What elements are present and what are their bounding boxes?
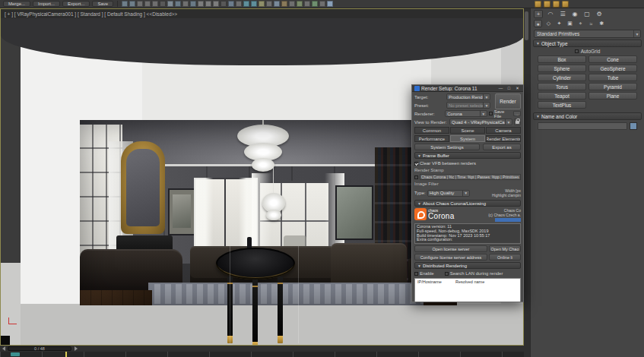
toolbar-icon[interactable]: [137, 1, 143, 7]
object-type-button[interactable]: Cylinder: [538, 74, 586, 81]
render-stamp-input[interactable]: Chaos Corona | %c | Time: %pt | Passes: …: [420, 174, 521, 180]
tab-camera[interactable]: Camera: [486, 127, 521, 134]
clear-vfb-checkbox[interactable]: [414, 162, 418, 166]
tab-performance[interactable]: Performance: [414, 135, 449, 142]
category-icon[interactable]: ⌖: [576, 20, 585, 27]
toolbar-icon[interactable]: [259, 1, 265, 7]
toolbar-icon[interactable]: [236, 1, 242, 7]
toolbar-icon[interactable]: [160, 1, 166, 7]
category-icon[interactable]: ≈: [587, 20, 595, 27]
object-type-button[interactable]: Plane: [588, 92, 637, 100]
category-icon[interactable]: ●: [534, 20, 542, 27]
tab-render-elements[interactable]: Render Elements: [486, 135, 521, 142]
object-type-button[interactable]: Pyramid: [588, 83, 637, 90]
time-slider[interactable]: 0 / 48: [8, 346, 71, 351]
command-panel-tab[interactable]: ⚙: [595, 10, 604, 18]
toolbar-icon[interactable]: [213, 1, 219, 7]
open-my-chaos-button[interactable]: Open My Chao: [489, 245, 521, 252]
about-rollout-header[interactable]: ▼ About Chaos Corona/Licensing: [414, 200, 521, 207]
teapot-icon[interactable]: [562, 1, 569, 8]
toolbar-icon[interactable]: [129, 1, 135, 7]
object-type-button[interactable]: TextPlus: [538, 101, 586, 109]
browse-file-button[interactable]: ...: [513, 111, 521, 116]
object-type-rollout-header[interactable]: ▼ Object Type: [533, 39, 642, 47]
tab-common[interactable]: Common: [414, 127, 449, 134]
toolbar-text-button[interactable]: Merge...: [3, 1, 30, 7]
primitives-dropdown[interactable]: Standard Primitives ▼: [534, 30, 641, 38]
toolbar-icon[interactable]: [152, 1, 158, 7]
toolbar-text-button[interactable]: Export...: [62, 1, 90, 7]
tab-system[interactable]: System: [450, 135, 485, 142]
toolbar-icon[interactable]: [220, 1, 227, 7]
toolbar-icon[interactable]: [205, 1, 211, 7]
toolbar-icon[interactable]: [167, 1, 173, 7]
category-icon[interactable]: ▣: [566, 20, 574, 27]
toolbar-icon[interactable]: [274, 1, 280, 7]
online-licensing-button[interactable]: Online li: [489, 254, 521, 261]
toolbar-text-button[interactable]: Import...: [33, 1, 60, 7]
next-frame-icon[interactable]: [75, 346, 78, 351]
maximize-icon[interactable]: □: [506, 85, 512, 91]
object-type-button[interactable]: Box: [538, 55, 586, 63]
frame-buffer-rollout-header[interactable]: ▼ Frame Buffer: [414, 152, 521, 159]
close-icon[interactable]: ✕: [514, 85, 521, 91]
command-panel-tab[interactable]: ◉: [570, 10, 579, 18]
category-icon[interactable]: ✦: [555, 20, 563, 27]
toolbar-icon[interactable]: [312, 1, 318, 7]
command-panel-tab[interactable]: ▢: [582, 10, 592, 18]
toolbar-icon[interactable]: [297, 1, 303, 7]
scrollbar-thumb[interactable]: [525, 11, 528, 40]
toolbar-icon[interactable]: [289, 1, 295, 7]
name-color-rollout-header[interactable]: ▼ Name and Color: [533, 112, 642, 120]
filter-type-dropdown[interactable]: High Quality ▼: [427, 190, 470, 197]
toolbar-icon[interactable]: [122, 1, 128, 7]
save-file-checkbox[interactable]: [489, 112, 493, 115]
enable-checkbox[interactable]: [414, 272, 418, 276]
object-color-swatch[interactable]: [630, 122, 637, 130]
toolbar-icon[interactable]: [319, 1, 325, 7]
render-stamp-checkbox[interactable]: [414, 175, 418, 179]
toolbar-icon[interactable]: [144, 1, 151, 7]
export-as-button[interactable]: Export as: [483, 144, 521, 150]
toolbar-icon[interactable]: [304, 1, 310, 7]
toolbar-icon[interactable]: [266, 1, 272, 7]
render-nodes-list[interactable]: IP/Hostname Resolved name: [414, 278, 521, 302]
toolbar-icon[interactable]: [251, 1, 257, 7]
toolbar-icon[interactable]: [228, 1, 234, 7]
toolbar-icon[interactable]: [198, 1, 204, 7]
website-link[interactable]: [495, 218, 521, 222]
object-name-input[interactable]: [538, 122, 627, 130]
preset-dropdown[interactable]: No preset selected ▼: [446, 102, 490, 109]
object-type-button[interactable]: Sphere: [538, 65, 586, 72]
tab-scene[interactable]: Scene: [450, 127, 485, 134]
toolbar-icon[interactable]: [243, 1, 249, 7]
toolbar-icon[interactable]: [327, 1, 333, 7]
teapot-icon[interactable]: [544, 1, 550, 8]
toolbar-icon[interactable]: [190, 1, 196, 7]
render-button[interactable]: Render: [495, 93, 521, 109]
open-license-server-button[interactable]: Open license server: [414, 245, 487, 252]
dialog-title-bar[interactable]: Render Setup: Corona 11 — □ ✕: [412, 85, 523, 92]
toolbar-icon[interactable]: [281, 1, 287, 7]
minimize-icon[interactable]: —: [497, 85, 504, 91]
previous-frame-icon[interactable]: [2, 346, 5, 351]
view-to-render-dropdown[interactable]: Quad 4 - VRayPhysicalCamera001 ▼: [449, 118, 512, 125]
teapot-icon[interactable]: [535, 1, 541, 8]
search-lan-checkbox[interactable]: [445, 272, 449, 276]
system-settings-button[interactable]: System Settings: [414, 144, 480, 150]
panel-divider-scrollbar[interactable]: [524, 8, 530, 357]
track-bar[interactable]: [0, 352, 524, 357]
command-panel-tab[interactable]: ◠: [546, 10, 555, 18]
teapot-icon[interactable]: [553, 1, 560, 8]
object-type-button[interactable]: Teapot: [538, 92, 586, 100]
object-type-button[interactable]: Cone: [588, 55, 637, 63]
target-dropdown[interactable]: Production Rendering Mode ▼: [446, 93, 490, 100]
toolbar-text-button[interactable]: Save: [92, 1, 113, 7]
autogrid-checkbox[interactable]: [575, 49, 579, 53]
configure-license-server-button[interactable]: Configure license server address: [414, 254, 487, 261]
current-frame-marker[interactable]: [65, 352, 67, 357]
toolbar-icon[interactable]: [182, 1, 189, 7]
toolbar-icon[interactable]: [175, 1, 181, 7]
category-icon[interactable]: ✱: [598, 20, 606, 27]
renderer-dropdown[interactable]: Corona ▼: [445, 110, 487, 117]
